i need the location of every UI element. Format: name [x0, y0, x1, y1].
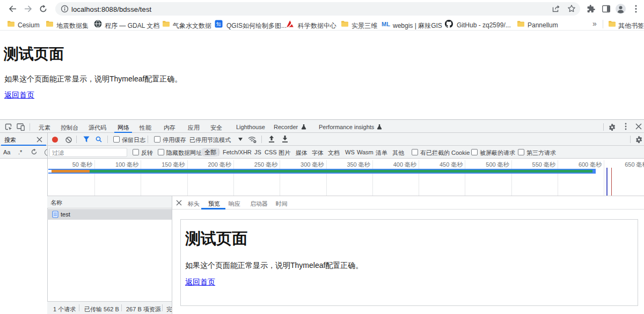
filter-chip[interactable]: CSS	[265, 149, 277, 155]
tab-response[interactable]: 响应	[229, 200, 240, 208]
reload-icon[interactable]	[39, 4, 48, 13]
search-close-icon[interactable]	[36, 137, 42, 143]
bookmark-item[interactable]: 程序 — GDAL 文档	[105, 21, 159, 31]
network-conditions-icon[interactable]	[248, 136, 257, 144]
tab-security[interactable]: 安全	[210, 124, 222, 132]
bookmark-item[interactable]: 地震数据集	[56, 21, 89, 31]
record-icon[interactable]	[52, 137, 58, 143]
filter-chip[interactable]: Fetch/XHR	[223, 149, 252, 155]
match-case-icon[interactable]: Aa	[3, 149, 10, 155]
tab-recorder[interactable]: Recorder	[274, 124, 298, 130]
filter-chip[interactable]: JS	[254, 149, 261, 155]
clear-icon[interactable]	[65, 137, 72, 143]
bookmark-item[interactable]: 气象水文数据	[173, 21, 211, 31]
import-har-icon[interactable]	[268, 136, 275, 143]
invert-label[interactable]: 反转	[141, 149, 153, 157]
preserve-log-label[interactable]: 保留日志	[122, 136, 145, 144]
devtools-settings-icon[interactable]	[609, 124, 616, 131]
tab-initiator[interactable]: 启动器	[250, 200, 268, 208]
browser-menu-icon[interactable]	[635, 5, 637, 13]
devtools-menu-icon[interactable]	[625, 123, 627, 130]
filter-icon[interactable]	[83, 136, 90, 143]
share-icon[interactable]	[552, 4, 560, 13]
hide-data-urls-label[interactable]: 隐藏数据网址	[166, 149, 202, 157]
blocked-requests-label[interactable]: 被屏蔽的请求	[480, 149, 515, 157]
disable-cache-checkbox[interactable]	[154, 136, 160, 143]
tab-network[interactable]: 网络	[118, 124, 129, 132]
site-info-icon[interactable]	[61, 5, 69, 13]
search-drawer-tab[interactable]: 搜索	[4, 136, 16, 144]
filter-chip[interactable]: 媒体	[296, 149, 308, 157]
browser-toolbar: localhost:8088/bdsse/test	[0, 0, 644, 18]
bookmarks-separator	[603, 20, 603, 28]
folder-icon	[7, 20, 15, 27]
request-table-header[interactable]: 名称	[47, 196, 172, 208]
third-party-checkbox[interactable]	[518, 149, 524, 155]
regex-icon[interactable]: .*	[18, 149, 22, 155]
other-bookmarks[interactable]: 其他书签	[618, 21, 644, 31]
filter-chip[interactable]: Wasm	[357, 149, 374, 155]
tab-performance[interactable]: 性能	[140, 124, 151, 132]
throttling-select[interactable]: 已停用节流模式	[189, 136, 231, 144]
hide-data-urls-checkbox[interactable]	[158, 149, 164, 155]
search-refresh-icon[interactable]	[31, 148, 38, 155]
devtools-close-icon[interactable]	[635, 123, 642, 130]
details-close-icon[interactable]	[176, 200, 182, 206]
request-count: 1 个请求	[53, 305, 76, 313]
timeline-gridline	[419, 160, 419, 196]
tick-label: 500 毫秒	[479, 161, 509, 169]
preserve-log-checkbox[interactable]	[113, 136, 120, 143]
bookmark-item[interactable]: 实景三维	[352, 21, 377, 31]
tab-lighthouse[interactable]: Lighthouse	[236, 124, 265, 130]
device-toolbar-icon[interactable]	[17, 123, 25, 131]
blocked-cookies-checkbox[interactable]	[412, 149, 418, 155]
forward-icon[interactable]	[24, 4, 33, 13]
request-row[interactable]: test	[47, 209, 172, 220]
filter-chip-all[interactable]: 全部	[201, 148, 220, 156]
preview-link[interactable]: 返回首页	[185, 278, 215, 287]
invert-checkbox[interactable]	[133, 149, 139, 155]
inspect-icon[interactable]	[5, 123, 12, 131]
bookmark-item[interactable]: 科学数据中心	[298, 21, 336, 31]
tab-headers[interactable]: 标头	[188, 200, 200, 208]
filter-chip[interactable]: 清单	[376, 149, 387, 157]
back-icon[interactable]	[8, 4, 17, 13]
timeline-gridline	[558, 160, 558, 196]
bookmark-item[interactable]: Pannellum	[528, 21, 558, 29]
url-text[interactable]: localhost:8088/bdsse/test	[71, 5, 151, 13]
bookmark-item[interactable]: webgis | 麻辣GIS	[393, 21, 442, 31]
bookmark-item[interactable]: QGIS如何绘制多图...	[226, 21, 287, 31]
network-settings-icon[interactable]	[635, 136, 642, 143]
bookmarks-overflow-icon[interactable]: »	[592, 19, 597, 28]
tab-elements[interactable]: 元素	[39, 124, 50, 132]
filter-chip[interactable]: WS	[345, 149, 355, 155]
bookmark-star-icon[interactable]	[567, 4, 576, 13]
extensions-icon[interactable]	[587, 5, 595, 13]
bookmark-item[interactable]: GitHub - zq2599/...	[457, 21, 511, 29]
tab-sources[interactable]: 源代码	[89, 124, 106, 132]
tab-application[interactable]: 应用	[188, 124, 200, 132]
throttling-dropdown-icon[interactable]	[238, 138, 243, 141]
disable-cache-label[interactable]: 停用缓存	[163, 136, 186, 144]
blocked-requests-checkbox[interactable]	[471, 149, 478, 155]
tab-timing[interactable]: 时间	[276, 200, 288, 208]
tab-memory[interactable]: 内存	[164, 124, 175, 132]
filter-chip[interactable]: 文档	[328, 149, 340, 157]
profile-avatar[interactable]	[616, 4, 626, 14]
filter-chip[interactable]: 其他	[392, 149, 404, 157]
filter-chip[interactable]: 图片	[279, 149, 290, 157]
tab-preview[interactable]: 预览	[208, 200, 220, 208]
export-har-icon[interactable]	[282, 136, 288, 143]
filter-chip[interactable]: 字体	[312, 149, 324, 157]
blocked-cookies-label[interactable]: 有已拦截的 Cookie	[420, 149, 470, 157]
third-party-label[interactable]: 第三方请求	[526, 149, 556, 157]
side-panel-icon[interactable]	[602, 5, 610, 13]
tab-performance-insights[interactable]: Performance insights	[319, 124, 374, 130]
flask-icon	[301, 124, 306, 130]
tab-console[interactable]: 控制台	[61, 124, 78, 132]
details-selected-underline	[201, 208, 225, 210]
network-overview[interactable]: 50 毫秒 100 毫秒 150 毫秒 200 毫秒 250 毫秒 300 毫秒…	[47, 159, 644, 196]
bookmark-item[interactable]: Cesium	[18, 21, 40, 29]
network-search-icon[interactable]	[96, 136, 102, 143]
page-link[interactable]: 返回首页	[4, 91, 34, 100]
